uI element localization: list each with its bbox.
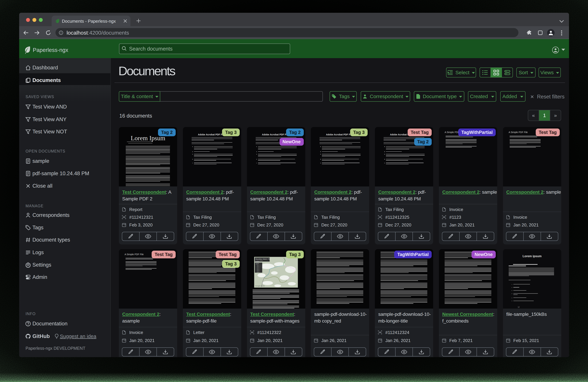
svg-text:Day 6: Day 6 <box>257 271 259 272</box>
svg-text:Day 3: Day 3 <box>257 267 259 268</box>
svg-text:Day 2: Day 2 <box>257 266 259 267</box>
svg-text:Legend: Legend <box>255 263 259 264</box>
svg-text:Google Earth: Google Earth <box>255 285 265 287</box>
svg-text:Day 4: Day 4 <box>257 269 259 270</box>
svg-text:Day 5: Day 5 <box>257 270 259 271</box>
svg-text:6+ days in BWCA: 6+ days in BWCA <box>255 260 263 261</box>
svg-text:Day 1: Day 1 <box>257 265 259 266</box>
svg-text:Boundary Waters Trip: Boundary Waters Trip <box>255 258 271 260</box>
